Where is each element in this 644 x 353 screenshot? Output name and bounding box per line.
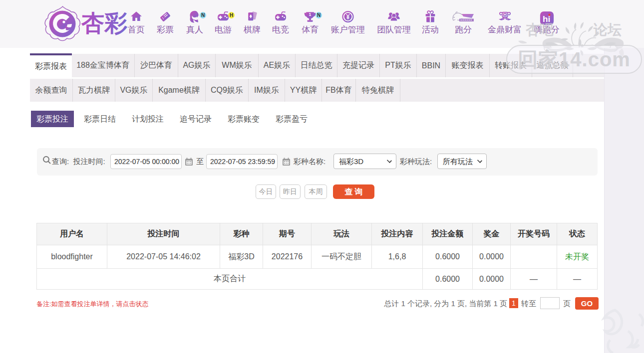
svg-text:1: 1 (309, 12, 312, 17)
svg-text:杏彩: 杏彩 (81, 10, 127, 36)
